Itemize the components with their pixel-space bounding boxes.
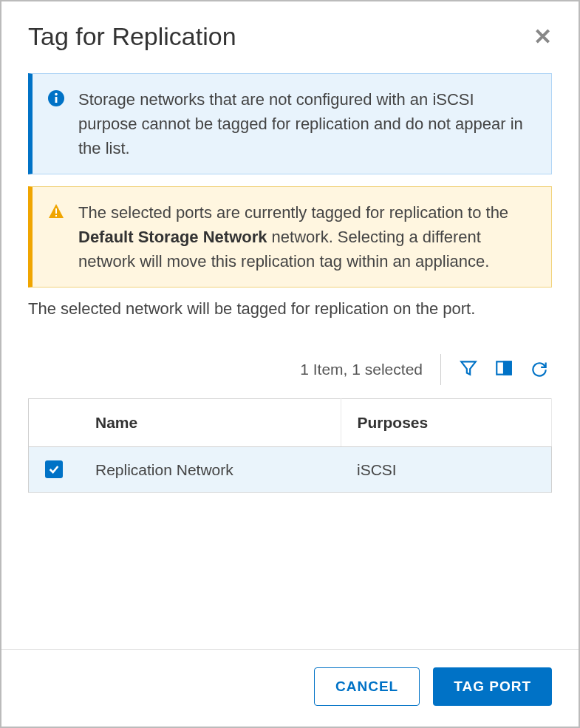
col-purposes[interactable]: Purposes	[341, 399, 552, 447]
info-alert: Storage networks that are not configured…	[28, 73, 552, 174]
svg-rect-3	[55, 208, 57, 214]
columns-icon[interactable]	[494, 358, 514, 381]
warning-alert-text: The selected ports are currently tagged …	[78, 200, 535, 273]
warn-prefix: The selected ports are currently tagged …	[78, 203, 508, 222]
info-alert-text: Storage networks that are not configured…	[78, 87, 535, 160]
svg-rect-6	[504, 361, 511, 374]
dialog-body: Storage networks that are not configured…	[1, 60, 579, 649]
svg-point-2	[55, 93, 58, 96]
toolbar-divider	[440, 354, 441, 385]
networks-table: Name Purposes Replication Network iSCSI	[28, 398, 552, 493]
col-checkbox	[29, 399, 80, 447]
warning-icon	[47, 203, 68, 227]
dialog-footer: CANCEL TAG PORT	[1, 649, 579, 727]
table-row[interactable]: Replication Network iSCSI	[29, 447, 552, 493]
item-count: 1 Item, 1 selected	[300, 361, 423, 378]
dialog-header: Tag for Replication ✕	[1, 1, 579, 60]
svg-rect-4	[55, 215, 57, 217]
dialog-title: Tag for Replication	[28, 22, 236, 51]
close-icon[interactable]: ✕	[533, 24, 552, 50]
instruction-text: The selected network will be tagged for …	[28, 299, 552, 319]
refresh-icon[interactable]	[530, 358, 549, 381]
warn-bold: Default Storage Network	[78, 228, 267, 246]
info-icon	[47, 89, 68, 114]
svg-rect-1	[55, 97, 58, 103]
row-checkbox[interactable]	[45, 460, 63, 478]
tag-port-button[interactable]: TAG PORT	[433, 667, 552, 706]
cell-purposes: iSCSI	[341, 447, 552, 493]
col-name[interactable]: Name	[79, 399, 341, 447]
cancel-button[interactable]: CANCEL	[314, 667, 420, 706]
warning-alert: The selected ports are currently tagged …	[28, 186, 552, 288]
cell-name: Replication Network	[79, 447, 341, 493]
table-toolbar: 1 Item, 1 selected	[28, 354, 552, 385]
filter-icon[interactable]	[459, 358, 478, 381]
